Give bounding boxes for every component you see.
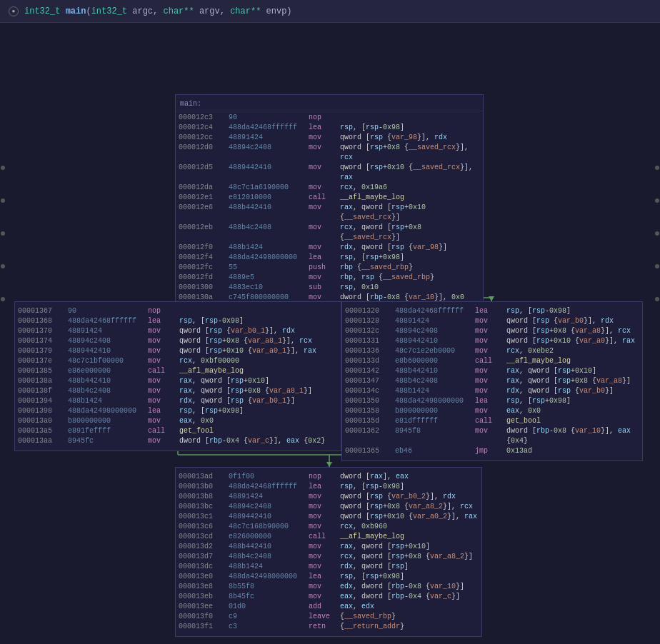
table-row: 0000134c488b1424movrdx, qword [rsp {var_…	[342, 386, 642, 396]
table-row: 000012eb488b4c2408movrcx, qword [rsp+0x8…	[176, 223, 483, 243]
table-row: 0000135de81dffffffcallget_bool	[342, 416, 642, 426]
side-dot	[655, 297, 659, 301]
side-dot	[1, 198, 5, 203]
table-row: 00001385e86e000000call__afl_maybe_log	[15, 366, 341, 376]
left-block: 0000136790nop 00001368488da42468ffffffle…	[14, 301, 341, 451]
table-row: 000013e0488da42498000000learsp, [rsp+0x9…	[176, 572, 481, 582]
table-row: 000012d54889442410movqword [rsp+0x10 {__…	[176, 163, 483, 183]
side-dot	[1, 297, 5, 301]
table-row: 0000136790nop	[15, 306, 341, 316]
table-row: 000012c390nop	[176, 113, 483, 123]
table-row: 000013e88b55f8movedx, dword [rbp-0x8 {va…	[176, 582, 481, 592]
table-row: 000013ad0f1f00nopdword [rax], eax	[176, 472, 481, 482]
table-row: 000013dc488b1424movrdx, qword [rsp]	[176, 562, 481, 572]
table-row: 00001320488da42468fffffflearsp, [rsp-0x9…	[342, 306, 642, 316]
table-row: 000013628945f8movdword [rbp-0x8 {var_10}…	[342, 426, 642, 446]
table-row: 0000133648c7c1e2eb0000movrcx, 0xebe2	[342, 346, 642, 356]
side-dot	[655, 198, 659, 203]
table-row: 0000132c48894c2408movqword [rsp+0x8 {var…	[342, 326, 642, 336]
table-row: 000012cc48891424movqword [rsp {var_98}],…	[176, 133, 483, 143]
table-row: 0000137e48c7c1bf00000movrcx, 0xbf00000	[15, 356, 341, 366]
side-dot	[655, 166, 659, 170]
svg-marker-7	[489, 296, 494, 301]
table-row: 000012d048894c2408movqword [rsp+0x8 {__s…	[176, 143, 483, 163]
side-dot	[1, 264, 5, 268]
table-row: 000013c14889442410movqword [rsp+0x10 {va…	[176, 512, 481, 522]
table-row: 000012c4488da42468fffffflearsp, [rsp-0x9…	[176, 123, 483, 133]
table-row: 000013a5e891feffffcallget_fool	[15, 426, 341, 436]
side-dot	[655, 231, 659, 236]
table-row: 000013aa8945fcmovdword [rbp-0x4 {var_c}]…	[15, 436, 341, 446]
table-row: 00001350488da42498000000learsp, [rsp+0x9…	[342, 396, 642, 406]
table-row: 000013a0b800000000moveax, 0x0	[15, 416, 341, 426]
table-row: 00001347488b4c2408movrax, qword [rsp+0x8…	[342, 376, 642, 386]
table-row: 000012f0488b1424movrdx, qword [rsp {var_…	[176, 243, 483, 253]
table-row: 0000138a488b442410movrax, qword [rsp+0x1…	[15, 376, 341, 386]
graph-container: main: 000012c390nop 000012c4488da42468ff…	[0, 23, 660, 644]
table-row: 000012f4488da42498000000learsp, [rsp+0x9…	[176, 253, 483, 263]
table-row: 0000138f488b4c2408movrax, qword [rsp+0x8…	[15, 386, 341, 396]
table-row: 0000132848891424movqword [rsp {var_b0}],…	[342, 316, 642, 326]
table-row: 000013c648c7c168b90000movrcx, 0xb960	[176, 522, 481, 532]
header-icon: ●	[9, 6, 19, 16]
table-row: 00001398488da42498000000learsp, [rsp+0x9…	[15, 406, 341, 416]
header-title: int32_t main(int32_t argc, char** argv, …	[24, 6, 292, 16]
table-row: 000012e1e812010000call__afl_maybe_log	[176, 193, 483, 203]
table-row: 000013b848891424movqword [rsp {var_b0_2}…	[176, 492, 481, 502]
main-block-label: main:	[176, 99, 483, 111]
table-row: 0000137048891424movqword [rsp {var_b0_1}…	[15, 326, 341, 336]
table-row: 000012e6488b442410movrax, qword [rsp+0x1…	[176, 203, 483, 223]
table-row: 00001342488b442410movrax, qword [rsp+0x1…	[342, 366, 642, 376]
header-bar: ● int32_t main(int32_t argc, char** argv…	[0, 0, 660, 23]
table-row: 00001358b800000000moveax, 0x0	[342, 406, 642, 416]
table-row: 0000133de8b6000000call__afl_maybe_log	[342, 356, 642, 366]
table-row: 000013ee01d0addeax, edx	[176, 602, 481, 612]
side-dot	[1, 231, 5, 236]
right-side-markers	[654, 23, 660, 644]
side-dot	[655, 264, 659, 268]
table-row: 000013b0488da42468fffffflearsp, [rsp-0x9…	[176, 482, 481, 492]
side-markers	[0, 23, 6, 644]
table-row: 000012fc55pushrbp {__saved_rbp}	[176, 263, 483, 273]
table-row: 000012da48c7c1a6190000movrcx, 0x19a6	[176, 183, 483, 193]
table-row: 000013cde826000000call__afl_maybe_log	[176, 532, 481, 542]
table-row: 000013eb8b45fcmoveax, dword [rbp-0x4 {va…	[176, 592, 481, 602]
bottom-block: 000013ad0f1f00nopdword [rax], eax 000013…	[175, 467, 482, 637]
table-row: 000012fd4889e5movrbp, rsp {__saved_rbp}	[176, 273, 483, 283]
table-row: 000013d7488b4c2408movrcx, qword [rsp+0x8…	[176, 552, 481, 562]
table-row: 000013f0c9leave{__saved_rbp}	[176, 612, 481, 622]
table-row: 000013d2488b442410movrax, qword [rsp+0x1…	[176, 542, 481, 552]
right-block: 00001320488da42468fffffflearsp, [rsp-0x9…	[341, 301, 643, 461]
table-row: 00001394488b1424movrdx, qword [rsp {var_…	[15, 396, 341, 406]
table-row: 000013f1c3retn{__return_addr}	[176, 622, 481, 632]
table-row: 0000137448894c2408movqword [rsp+0x8 {var…	[15, 336, 341, 346]
table-row: 00001368488da42468fffffflearsp, [rsp-0x9…	[15, 316, 341, 326]
table-row: 000013794889442410movqword [rsp+0x10 {va…	[15, 346, 341, 356]
table-row: 000013004883ec10subrsp, 0x10	[176, 283, 483, 293]
table-row: 00001365eb46jmp0x13ad	[342, 446, 642, 456]
table-row: 000013bc48894c2408movqword [rsp+0x8 {var…	[176, 502, 481, 512]
table-row: 000013314889442410movqword [rsp+0x10 {va…	[342, 336, 642, 346]
side-dot	[1, 166, 5, 170]
svg-marker-11	[326, 462, 332, 467]
